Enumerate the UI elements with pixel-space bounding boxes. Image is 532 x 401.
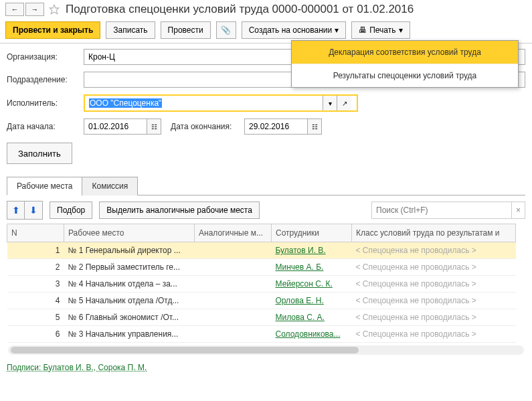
cell-workplace: № 4 Начальник отдела – за... xyxy=(64,276,195,293)
cell-n: 6 xyxy=(7,326,64,343)
cell-n: 4 xyxy=(7,293,64,309)
cell-workplace: № 3 Начальник управления... xyxy=(64,326,195,343)
attach-button[interactable]: 📎 xyxy=(216,21,236,39)
cell-workplace: № 5 Начальник отдела /Отд... xyxy=(64,293,195,309)
table-row[interactable]: 3№ 4 Начальник отдела – за...Мейерсон С.… xyxy=(7,276,516,293)
cell-class: < Спецоценка не проводилась > xyxy=(352,326,516,343)
chevron-down-icon: ▾ xyxy=(335,25,339,35)
cell-n: 3 xyxy=(7,276,64,293)
cell-analog xyxy=(195,293,272,309)
calendar-icon: ☷ xyxy=(151,123,157,131)
dept-label: Подразделение: xyxy=(7,75,84,84)
cell-workplace: № 6 Главный экономист /От... xyxy=(64,309,195,326)
col-workplace[interactable]: Рабочее место xyxy=(64,224,195,242)
cell-class: < Спецоценка не проводилась > xyxy=(352,242,516,259)
exec-label: Исполнитель: xyxy=(7,98,84,108)
tab-workplaces[interactable]: Рабочие места xyxy=(7,177,82,195)
col-analog[interactable]: Аналогичные м... xyxy=(195,224,272,242)
employee-link[interactable]: Мейерсон С. К. xyxy=(276,279,333,289)
menu-item-results[interactable]: Результаты спецоценки условий труда xyxy=(292,64,518,87)
cell-class: < Спецоценка не проводилась > xyxy=(352,293,516,309)
create-based-on-menu: Декларация соответствия условий труда Ре… xyxy=(291,40,519,88)
cell-analog xyxy=(195,259,272,276)
cell-class: < Спецоценка не проводилась > xyxy=(352,309,516,326)
cell-n: 5 xyxy=(7,309,64,326)
calendar-icon: ☷ xyxy=(312,123,318,131)
svg-marker-0 xyxy=(50,5,58,13)
cell-analog xyxy=(195,242,272,259)
search-input[interactable] xyxy=(372,202,511,218)
create-based-on-button[interactable]: Создать на основании ▾ xyxy=(242,21,347,39)
fill-button[interactable]: Заполнить xyxy=(7,143,72,164)
create-based-label: Создать на основании xyxy=(249,25,333,35)
org-label: Организация: xyxy=(7,52,84,62)
col-employees[interactable]: Сотрудники xyxy=(272,224,352,242)
cell-analog xyxy=(195,276,272,293)
date-start-label: Дата начала: xyxy=(7,122,84,131)
save-button[interactable]: Записать xyxy=(106,21,155,39)
exec-input[interactable]: ООО "Спецоценка" xyxy=(85,96,323,110)
printer-icon: 🖶 xyxy=(359,25,367,35)
employee-link[interactable]: Булатов И. В. xyxy=(276,246,326,255)
nav-forward-button[interactable]: → xyxy=(25,3,44,16)
exec-dropdown-button[interactable]: ▾ xyxy=(323,96,337,110)
page-title: Подготовка спецоценки условий труда 0000… xyxy=(66,3,414,16)
print-label: Печать xyxy=(369,25,395,35)
exec-open-button[interactable]: ↗ xyxy=(337,96,351,110)
cell-analog xyxy=(195,309,272,326)
date-start-input[interactable] xyxy=(84,118,147,135)
highlight-analog-button[interactable]: Выделить аналогичные рабочие места xyxy=(99,202,260,219)
post-and-close-button[interactable]: Провести и закрыть xyxy=(5,21,100,39)
cell-n: 1 xyxy=(7,242,64,259)
col-n[interactable]: N xyxy=(7,224,64,242)
move-up-button[interactable]: ⬆ xyxy=(7,202,25,219)
select-button[interactable]: Подбор xyxy=(50,202,92,219)
search-clear-button[interactable]: × xyxy=(511,202,525,218)
table-row[interactable]: 6№ 3 Начальник управления...Солодовников… xyxy=(7,326,516,343)
table-row[interactable]: 1№ 1 Генеральный директор ...Булатов И. … xyxy=(7,242,516,259)
date-end-label: Дата окончания: xyxy=(171,122,244,131)
employee-link[interactable]: Солодовникова... xyxy=(276,329,341,339)
cell-workplace: № 1 Генеральный директор ... xyxy=(64,242,195,259)
chevron-down-icon: ▾ xyxy=(399,25,403,35)
employee-link[interactable]: Минчев А. Б. xyxy=(276,262,324,272)
cell-class: < Спецоценка не проводилась > xyxy=(352,259,516,276)
date-end-input[interactable] xyxy=(244,118,308,135)
horizontal-scrollbar[interactable] xyxy=(8,345,524,355)
cell-workplace: № 2 Первый заместитель ге... xyxy=(64,259,195,276)
exec-value: ООО "Спецоценка" xyxy=(89,98,162,108)
cell-analog xyxy=(195,326,272,343)
cell-class: < Спецоценка не проводилась > xyxy=(352,276,516,293)
employee-link[interactable]: Милова С. А. xyxy=(276,313,325,322)
employee-link[interactable]: Орлова Е. Н. xyxy=(276,296,324,305)
cell-n: 2 xyxy=(7,259,64,276)
date-end-calendar-button[interactable]: ☷ xyxy=(307,118,322,135)
table-row[interactable]: 5№ 6 Главный экономист /От...Милова С. А… xyxy=(7,309,516,326)
favorite-star-icon[interactable] xyxy=(48,3,60,15)
table-row[interactable]: 4№ 5 Начальник отдела /Отд...Орлова Е. Н… xyxy=(7,293,516,309)
paperclip-icon: 📎 xyxy=(221,25,231,35)
print-button[interactable]: 🖶 Печать ▾ xyxy=(351,21,410,39)
move-down-button[interactable]: ⬇ xyxy=(25,202,42,219)
tab-commission[interactable]: Комиссия xyxy=(82,177,138,195)
scrollbar-thumb[interactable] xyxy=(11,347,359,353)
menu-item-declaration[interactable]: Декларация соответствия условий труда xyxy=(292,41,518,64)
post-button[interactable]: Провести xyxy=(161,21,211,39)
table-row[interactable]: 2№ 2 Первый заместитель ге...Минчев А. Б… xyxy=(7,259,516,276)
date-start-calendar-button[interactable]: ☷ xyxy=(147,118,161,135)
nav-back-button[interactable]: ← xyxy=(5,3,24,16)
col-class[interactable]: Класс условий труда по результатам и xyxy=(352,224,516,242)
signatures-link[interactable]: Подписи: Булатов И. В., Сорока П. М. xyxy=(7,363,147,372)
